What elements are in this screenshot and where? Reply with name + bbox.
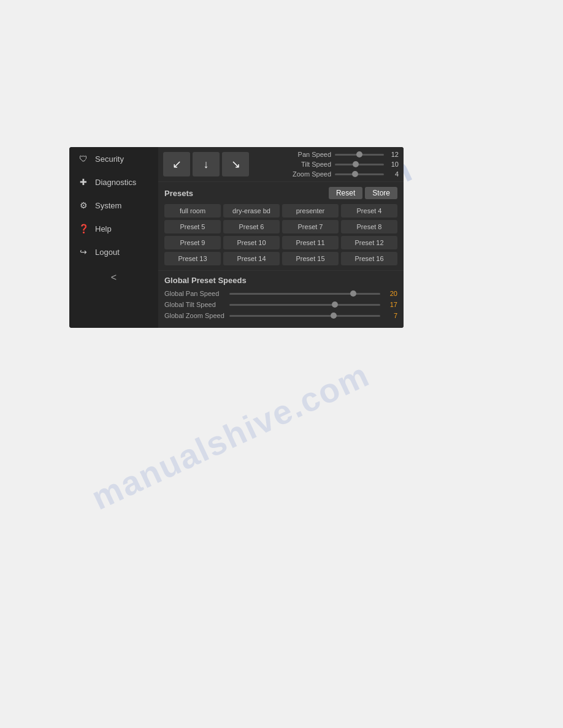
preset-button-7[interactable]: Preset 7: [282, 220, 339, 233]
preset-button-5[interactable]: Preset 5: [164, 220, 221, 233]
global-zoom-speed-value: 7: [384, 312, 397, 319]
help-icon: ❓: [78, 223, 89, 234]
ptz-down-button[interactable]: ↓: [193, 152, 220, 176]
tilt-speed-slider[interactable]: [335, 164, 384, 165]
zoom-speed-value: 4: [388, 170, 399, 178]
preset-button-12[interactable]: Preset 12: [341, 236, 397, 249]
presets-title: Presets: [164, 189, 329, 198]
sidebar: 🛡 Security ✚ Diagnostics ⚙ System ❓ Help…: [69, 147, 158, 328]
preset-button-16[interactable]: Preset 16: [341, 252, 397, 265]
preset-button-1[interactable]: full room: [164, 204, 221, 218]
shield-icon: 🛡: [78, 153, 89, 164]
global-speeds-title: Global Preset Speeds: [164, 276, 397, 285]
preset-button-11[interactable]: Preset 11: [282, 236, 339, 249]
sidebar-label-help: Help: [95, 224, 112, 233]
preset-button-2[interactable]: dry-erase bd: [223, 204, 280, 218]
sidebar-label-diagnostics: Diagnostics: [95, 178, 136, 187]
zoom-speed-slider[interactable]: [335, 173, 384, 175]
sidebar-collapse-button[interactable]: <: [69, 266, 158, 289]
preset-button-8[interactable]: Preset 8: [341, 220, 397, 233]
preset-button-13[interactable]: Preset 13: [164, 252, 221, 265]
preset-button-10[interactable]: Preset 10: [223, 236, 280, 249]
gear-icon: ⚙: [78, 200, 89, 211]
global-zoom-speed-label: Global Zoom Speed: [164, 312, 226, 319]
logout-icon: ↪: [78, 246, 89, 257]
preset-button-15[interactable]: Preset 15: [282, 252, 339, 265]
global-speeds-section: Global Preset Speeds Global Pan Speed 20…: [158, 270, 404, 328]
sidebar-label-system: System: [95, 201, 121, 210]
preset-button-9[interactable]: Preset 9: [164, 236, 221, 249]
speed-controls: Pan Speed 12 Tilt Speed 10 Zoom Speed 4: [291, 151, 399, 178]
zoom-speed-row: Zoom Speed 4: [291, 170, 399, 178]
pan-speed-label: Pan Speed: [291, 151, 331, 158]
global-pan-speed-label: Global Pan Speed: [164, 290, 226, 297]
store-button[interactable]: Store: [365, 187, 397, 199]
global-tilt-speed-slider[interactable]: [229, 304, 380, 306]
preset-button-4[interactable]: Preset 4: [341, 204, 397, 218]
presets-grid: full roomdry-erase bdpresenterPreset 4Pr…: [164, 204, 397, 265]
preset-button-14[interactable]: Preset 14: [223, 252, 280, 265]
global-tilt-speed-row: Global Tilt Speed 17: [164, 301, 397, 308]
tilt-speed-label: Tilt Speed: [291, 161, 331, 168]
ptz-down-right-button[interactable]: ↘: [222, 152, 249, 176]
sidebar-item-help[interactable]: ❓ Help: [69, 217, 158, 240]
tilt-speed-value: 10: [388, 161, 399, 168]
app-container: 🛡 Security ✚ Diagnostics ⚙ System ❓ Help…: [69, 147, 404, 328]
ptz-down-left-button[interactable]: ↙: [163, 152, 190, 176]
presets-section: Presets Reset Store full roomdry-erase b…: [158, 182, 404, 270]
main-content: ↙ ↓ ↘ Pan Speed 12 Tilt Speed 10 Zoom Sp…: [158, 147, 404, 328]
chevron-left-icon: <: [111, 272, 117, 283]
global-zoom-speed-row: Global Zoom Speed 7: [164, 312, 397, 319]
global-tilt-speed-label: Global Tilt Speed: [164, 301, 226, 308]
sidebar-label-logout: Logout: [95, 248, 120, 257]
sidebar-label-security: Security: [95, 154, 124, 164]
sidebar-item-system[interactable]: ⚙ System: [69, 194, 158, 217]
zoom-speed-label: Zoom Speed: [291, 170, 331, 178]
tilt-speed-row: Tilt Speed 10: [291, 161, 399, 168]
sidebar-item-diagnostics[interactable]: ✚ Diagnostics: [69, 170, 158, 194]
pan-speed-row: Pan Speed 12: [291, 151, 399, 158]
global-tilt-speed-value: 17: [384, 301, 397, 308]
preset-button-3[interactable]: presenter: [282, 204, 339, 218]
sidebar-item-logout[interactable]: ↪ Logout: [69, 240, 158, 264]
pan-speed-value: 12: [388, 151, 399, 158]
presets-header: Presets Reset Store: [164, 187, 397, 199]
reset-button[interactable]: Reset: [329, 187, 362, 199]
preset-button-6[interactable]: Preset 6: [223, 220, 280, 233]
global-pan-speed-row: Global Pan Speed 20: [164, 290, 397, 297]
diagnostics-icon: ✚: [78, 176, 89, 188]
watermark-line2: manualshive.com: [86, 355, 376, 518]
pan-speed-slider[interactable]: [335, 154, 384, 156]
global-pan-speed-slider[interactable]: [229, 293, 380, 295]
global-zoom-speed-slider[interactable]: [229, 315, 380, 317]
presets-action-buttons: Reset Store: [329, 187, 397, 199]
ptz-controls-row: ↙ ↓ ↘ Pan Speed 12 Tilt Speed 10 Zoom Sp…: [158, 147, 404, 182]
global-pan-speed-value: 20: [384, 290, 397, 297]
sidebar-item-security[interactable]: 🛡 Security: [69, 147, 158, 170]
